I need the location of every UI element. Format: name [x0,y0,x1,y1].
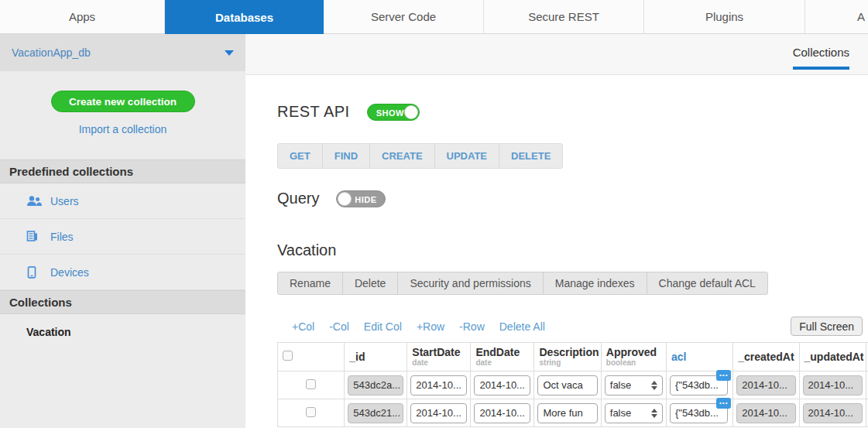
toggle-knob-icon [404,105,418,119]
collections-subtab[interactable]: Collections [793,46,849,70]
approved-value: false [610,379,631,391]
delete-button[interactable]: Delete [342,272,398,295]
import-collection-link[interactable]: Import a collection [0,123,245,135]
rename-button[interactable]: Rename [277,272,343,295]
security-permissions-button[interactable]: Security and permissions [397,272,543,295]
column-header: _updatedAt [805,351,861,363]
main-content: REST API SHOW GET FIND CREATE UPDATE DEL… [245,103,868,427]
data-grid: _id StartDate date EndDate date Descript… [277,342,868,427]
collections-header: Collections [0,290,245,314]
updated-at-cell: 2014-10... [803,403,863,423]
database-selector-label: VacationApp_db [12,46,91,59]
method-delete-button[interactable]: DELETE [499,144,562,168]
end-date-cell[interactable]: 2014-10... [474,403,530,423]
approved-select[interactable]: false [605,375,663,395]
tab-secure-rest[interactable]: Secure REST [484,0,644,34]
edit-col-link[interactable]: Edit Col [364,320,402,333]
column-header: Description [539,347,595,358]
method-update-button[interactable]: UPDATE [435,144,499,168]
rest-methods-bar: GET FIND CREATE UPDATE DELETE [277,143,563,169]
start-date-cell[interactable]: 2014-10... [410,403,467,423]
ellipsis-badge-icon[interactable] [716,398,731,409]
add-row-link[interactable]: +Row [417,320,444,333]
method-create-button[interactable]: CREATE [370,144,434,168]
sidebar-item-files[interactable]: Files [0,219,245,255]
rest-api-title: REST API [277,103,350,121]
tab-databases[interactable]: Databases [165,0,324,34]
approved-value: false [610,407,631,419]
full-screen-button[interactable]: Full Screen [791,317,863,336]
sidebar-item-label: Users [50,195,79,207]
method-get-button[interactable]: GET [278,144,323,168]
query-title: Query [277,190,319,207]
column-header-acl[interactable]: acl [671,351,728,363]
column-type: date [475,358,529,367]
main-top-band: Collections [245,34,868,75]
description-cell[interactable]: More fun [537,403,597,423]
sidebar-item-vacation[interactable]: Vacation [0,314,245,350]
sidebar-item-label: Devices [50,266,89,279]
select-all-checkbox[interactable] [283,351,293,361]
main-panel: Collections REST API SHOW GET FIND CREAT… [245,34,868,428]
sidebar-item-label: Files [50,231,74,243]
id-cell: 543dc2a... [348,375,403,395]
ellipsis-badge-icon[interactable] [716,370,731,381]
app-window: Apps Databases Server Code Secure REST P… [0,0,868,428]
column-type: boolean [606,358,661,367]
change-default-acl-button[interactable]: Change default ACL [647,272,768,295]
tab-plugins[interactable]: Plugins [644,0,805,34]
toggle-knob-icon [338,192,352,206]
approved-select[interactable]: false [605,403,663,423]
files-icon [26,231,42,243]
table-row: 543dc2a... 2014-10... 2014-10... Oct vac… [278,372,868,399]
start-date-cell[interactable]: 2014-10... [410,375,467,395]
tab-apps[interactable]: Apps [0,0,165,34]
id-cell: 543dc21... [348,403,403,423]
table-row: 543dc21... 2014-10... 2014-10... More fu… [278,399,868,427]
updated-at-cell: 2014-10... [803,375,863,395]
sidebar: VacationApp_db Create new collection Imp… [0,34,245,428]
chevron-down-icon [225,50,234,56]
query-toggle[interactable]: HIDE [336,190,386,207]
column-type: date [412,358,465,367]
database-selector[interactable]: VacationApp_db [0,34,245,71]
column-header: Approved [606,347,661,358]
remove-col-link[interactable]: -Col [329,320,349,333]
end-date-cell[interactable]: 2014-10... [474,375,530,395]
add-col-link[interactable]: +Col [292,320,314,333]
tab-partial[interactable]: A [805,0,868,34]
column-type: string [539,358,595,367]
column-header: EndDate [475,347,529,358]
delete-all-link[interactable]: Delete All [499,320,545,333]
row-checkbox[interactable] [306,407,316,417]
sidebar-item-devices[interactable]: Devices [0,255,245,290]
predefined-collections-header: Predefined collections [0,159,245,183]
devices-icon [26,266,42,279]
tab-server-code[interactable]: Server Code [324,0,484,34]
method-find-button[interactable]: FIND [323,144,370,168]
rest-api-toggle-label: SHOW [376,104,404,122]
description-cell[interactable]: Oct vaca [537,375,597,395]
sidebar-item-users[interactable]: Users [0,183,245,219]
remove-row-link[interactable]: -Row [459,320,485,333]
collection-actions-bar: Rename Delete Security and permissions M… [277,272,768,295]
row-checkbox[interactable] [306,379,316,389]
select-arrows-icon [651,381,657,390]
users-icon [26,195,42,207]
collection-title: Vacation [277,241,868,259]
created-at-cell: 2014-10... [736,403,795,423]
grid-header-row: _id StartDate date EndDate date Descript… [278,343,868,372]
column-header: _createdAt [738,351,794,363]
rest-api-toggle[interactable]: SHOW [367,104,420,121]
created-at-cell: 2014-10... [736,375,795,395]
column-header: StartDate [412,347,465,358]
grid-controls-row: +Col -Col Edit Col +Row -Row Delete All … [277,317,868,336]
create-new-collection-button[interactable]: Create new collection [51,91,195,112]
column-header: _id [349,351,402,363]
top-tab-bar: Apps Databases Server Code Secure REST P… [0,0,868,34]
query-toggle-label: HIDE [355,191,376,208]
manage-indexes-button[interactable]: Manage indexes [543,272,647,295]
select-arrows-icon [651,409,657,418]
